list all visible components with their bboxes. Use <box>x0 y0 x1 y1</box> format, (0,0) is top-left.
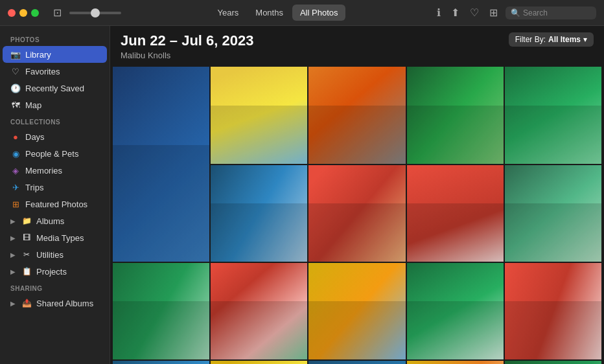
albums-expand-arrow: ▶ <box>10 218 16 225</box>
photo-cell[interactable] <box>113 263 209 359</box>
sidebar-item-label: People & Pets <box>25 149 78 159</box>
photo-cell[interactable] <box>407 361 504 364</box>
sidebar-item-projects[interactable]: ▶ 📋 Projects <box>3 263 107 280</box>
media-types-icon: 🎞 <box>21 233 32 243</box>
tab-years[interactable]: Years <box>210 5 247 21</box>
photo-cell[interactable] <box>211 361 307 364</box>
sidebar-item-label: Utilities <box>36 250 64 260</box>
photo-cell[interactable] <box>407 165 504 262</box>
tab-all-photos[interactable]: All Photos <box>292 5 346 21</box>
albums-icon: 📁 <box>21 216 32 226</box>
traffic-lights <box>8 9 39 17</box>
sidebar-item-label: Favorites <box>25 67 60 76</box>
maximize-button[interactable] <box>31 9 39 17</box>
main-area: Photos 📷 Library ♡ Favorites 🕐 Recently … <box>0 26 604 364</box>
sidebar-item-label: Memories <box>25 166 62 176</box>
tab-months[interactable]: Months <box>248 5 291 21</box>
date-range-title: Jun 22 – Jul 6, 2023 <box>121 32 253 49</box>
sidebar-item-label: Media Types <box>36 233 84 243</box>
sidebar-item-favorites[interactable]: ♡ Favorites <box>3 63 107 80</box>
utilities-icon: ✂ <box>21 249 32 260</box>
filter-button[interactable]: Filter By: All Items ▾ <box>509 32 594 47</box>
photo-cell[interactable] <box>113 67 209 261</box>
utilities-expand-arrow: ▶ <box>10 251 16 258</box>
sidebar-item-trips[interactable]: ✈ Trips <box>3 179 107 196</box>
photo-cell[interactable] <box>113 361 209 364</box>
photo-cell[interactable] <box>407 67 504 163</box>
size-slider[interactable] <box>69 12 121 14</box>
sidebar-item-shared-albums[interactable]: ▶ 📤 Shared Albums <box>3 295 107 312</box>
close-button[interactable] <box>8 9 16 17</box>
sidebar-item-utilities[interactable]: ▶ ✂ Utilities <box>3 246 107 263</box>
sidebar-item-people-pets[interactable]: ◉ People & Pets <box>3 145 107 162</box>
shared-albums-icon: 📤 <box>21 298 32 308</box>
memories-icon: ◈ <box>10 165 21 176</box>
search-icon: 🔍 <box>511 8 520 17</box>
layout-icon-btn[interactable]: ⊡ <box>49 4 65 21</box>
recently-saved-icon: 🕐 <box>10 83 21 93</box>
sidebar-item-albums[interactable]: ▶ 📁 Albums <box>3 212 107 229</box>
library-icon: 📷 <box>10 49 21 60</box>
photo-cell[interactable] <box>308 165 405 262</box>
titlebar: ⊡ Years Months All Photos ℹ ⬆ ♡ ⊞ 🔍 <box>0 0 604 26</box>
content-header: Jun 22 – Jul 6, 2023 Malibu Knolls Filte… <box>110 26 604 64</box>
photo-cell[interactable] <box>505 263 601 359</box>
photo-cell[interactable] <box>211 67 307 163</box>
sidebar-item-memories[interactable]: ◈ Memories <box>3 162 107 179</box>
layout-icon-btn2[interactable]: ⊞ <box>487 5 500 20</box>
sidebar-item-label: Albums <box>36 216 64 226</box>
sidebar-item-label: Library <box>25 50 51 60</box>
photos-section-label: Photos <box>0 31 110 46</box>
sidebar-item-label: Shared Albums <box>36 299 93 308</box>
sidebar-item-label: Featured Photos <box>25 199 87 209</box>
filter-label: Filter By: <box>515 35 546 44</box>
days-icon: ● <box>10 131 21 142</box>
favorites-icon: ♡ <box>10 66 21 76</box>
sidebar-item-label: Projects <box>36 267 67 277</box>
sidebar-item-featured-photos[interactable]: ⊞ Featured Photos <box>3 196 107 212</box>
media-types-expand-arrow: ▶ <box>10 234 16 242</box>
projects-icon: 📋 <box>21 266 32 277</box>
photo-cell[interactable] <box>308 263 405 359</box>
heart-icon-btn[interactable]: ♡ <box>467 5 482 20</box>
photo-cell[interactable] <box>505 361 601 364</box>
photo-grid-inner <box>113 67 601 364</box>
photo-cell[interactable] <box>505 67 601 163</box>
shared-albums-expand-arrow: ▶ <box>10 300 16 307</box>
filter-chevron-icon: ▾ <box>583 35 587 44</box>
location-subtitle: Malibu Knolls <box>121 51 253 60</box>
sidebar-item-label: Days <box>25 132 45 142</box>
sidebar: Photos 📷 Library ♡ Favorites 🕐 Recently … <box>0 26 110 364</box>
sidebar-item-library[interactable]: 📷 Library <box>3 46 107 63</box>
sidebar-item-media-types[interactable]: ▶ 🎞 Media Types <box>3 229 107 246</box>
photo-grid <box>110 64 604 364</box>
collections-section-label: Collections <box>0 113 110 128</box>
minimize-button[interactable] <box>19 9 27 17</box>
sharing-section-label: Sharing <box>0 280 110 295</box>
sidebar-item-label: Map <box>25 100 41 110</box>
sidebar-item-recently-saved[interactable]: 🕐 Recently Saved <box>3 80 107 97</box>
search-box[interactable]: 🔍 <box>505 6 596 19</box>
sidebar-item-label: Trips <box>25 183 43 192</box>
map-icon: 🗺 <box>10 100 21 110</box>
sidebar-item-map[interactable]: 🗺 Map <box>3 97 107 113</box>
share-icon-btn[interactable]: ⬆ <box>448 5 462 20</box>
filter-value: All Items <box>548 35 581 44</box>
content-area: Jun 22 – Jul 6, 2023 Malibu Knolls Filte… <box>110 26 604 364</box>
info-icon-btn[interactable]: ℹ <box>434 5 443 20</box>
photo-cell[interactable] <box>211 165 307 262</box>
search-input[interactable] <box>523 8 591 17</box>
photo-cell[interactable] <box>308 67 405 163</box>
sidebar-item-label: Recently Saved <box>25 84 84 93</box>
photo-cell[interactable] <box>308 361 405 364</box>
featured-photos-icon: ⊞ <box>10 199 21 209</box>
photo-cell[interactable] <box>211 263 307 359</box>
people-pets-icon: ◉ <box>10 148 21 159</box>
projects-expand-arrow: ▶ <box>10 268 16 275</box>
titlebar-right: ℹ ⬆ ♡ ⊞ 🔍 <box>434 5 596 20</box>
sidebar-item-days[interactable]: ● Days <box>3 128 107 145</box>
photo-cell[interactable] <box>407 263 504 359</box>
trips-icon: ✈ <box>10 182 21 192</box>
photo-cell[interactable] <box>505 165 601 262</box>
